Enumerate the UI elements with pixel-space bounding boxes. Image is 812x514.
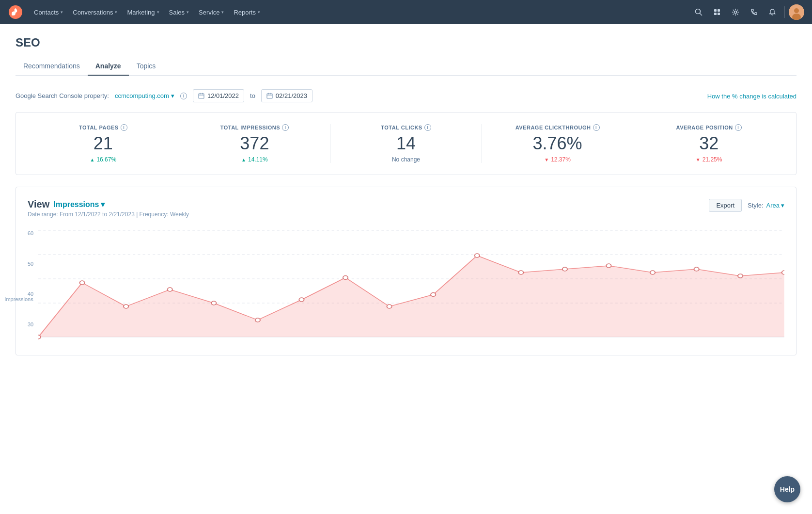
nav-item-label-marketing: Marketing — [127, 9, 155, 16]
chart-dot-5 — [255, 318, 260, 322]
nav-divider — [784, 6, 785, 18]
nav-item-sales[interactable]: Sales▾ — [164, 6, 194, 19]
metric-dropdown[interactable]: Impressions ▾ — [53, 200, 105, 209]
tab-bar: Recommendations Analyze Topics — [16, 57, 796, 76]
style-value: Area — [766, 202, 780, 209]
nav-item-service[interactable]: Service▾ — [194, 6, 229, 19]
nav-item-marketing[interactable]: Marketing▾ — [122, 6, 164, 19]
stat-change-3: ▼ 12.37% — [544, 156, 571, 163]
arrow-up-icon-1: ▲ — [241, 157, 246, 162]
notifications-icon[interactable] — [764, 4, 781, 20]
stat-label-1: TOTAL IMPRESSIONS i — [220, 124, 289, 131]
date-from-input[interactable]: 12/01/2022 — [193, 89, 244, 102]
nav-item-conversations[interactable]: Conversations▾ — [68, 6, 122, 19]
stat-change-4: ▼ 21.25% — [696, 156, 722, 163]
hubspot-logo[interactable] — [8, 4, 23, 20]
stat-item-2: TOTAL CLICKS i 14 No change — [330, 124, 482, 163]
date-separator: to — [250, 92, 255, 99]
style-label: Style: — [748, 202, 764, 209]
marketplace-icon[interactable] — [709, 4, 725, 20]
avatar[interactable] — [789, 4, 804, 20]
arrow-up-icon-0: ▲ — [90, 157, 94, 162]
y-axis-label: Impressions — [5, 296, 33, 302]
nav-chevron-icon-conversations: ▾ — [115, 10, 117, 15]
stat-info-icon-3[interactable]: i — [593, 124, 600, 131]
filters-right: How the % change is calculated — [707, 92, 796, 100]
chart-dot-16 — [738, 274, 743, 278]
chart-title-area: View Impressions ▾ Date range: From 12/1… — [28, 199, 189, 218]
stat-info-icon-0[interactable]: i — [121, 124, 127, 131]
arrow-down-icon-4: ▼ — [696, 157, 701, 162]
chart-header: View Impressions ▾ Date range: From 12/1… — [28, 199, 784, 218]
chart-dot-3 — [168, 288, 172, 291]
chart-container: 60 50 40 30 Impressions — [28, 225, 784, 343]
tab-topics[interactable]: Topics — [129, 57, 164, 76]
nav-item-label-reports: Reports — [234, 9, 256, 16]
nav-chevron-icon-contacts: ▾ — [61, 10, 63, 15]
property-info-icon[interactable]: i — [180, 93, 187, 99]
help-button[interactable]: Help — [774, 476, 800, 502]
date-to-input[interactable]: 02/21/2023 — [261, 89, 312, 102]
property-dropdown[interactable]: ccmcomputing.com ▾ — [115, 92, 174, 99]
export-button[interactable]: Export — [709, 199, 742, 212]
top-navigation: Contacts▾Conversations▾Marketing▾Sales▾S… — [0, 0, 812, 24]
svg-line-3 — [700, 14, 702, 16]
stat-change-1: ▲ 14.11% — [241, 156, 268, 163]
nav-chevron-icon-marketing: ▾ — [157, 10, 159, 15]
stat-info-icon-2[interactable]: i — [424, 124, 431, 131]
chart-dot-17 — [782, 271, 784, 274]
svg-rect-5 — [718, 9, 720, 12]
impressions-chart — [38, 225, 784, 342]
metric-chevron-icon: ▾ — [101, 200, 105, 209]
chart-dot-12 — [562, 267, 567, 271]
nav-chevron-icon-sales: ▾ — [187, 10, 189, 15]
stat-item-0: TOTAL PAGES i 21 ▲ 16.67% — [28, 124, 179, 163]
search-icon[interactable] — [690, 4, 707, 20]
nav-item-reports[interactable]: Reports▾ — [229, 6, 265, 19]
stat-change-0: ▲ 16.67% — [90, 156, 116, 163]
nav-item-label-service: Service — [199, 9, 219, 16]
chart-dot-0 — [38, 335, 41, 339]
stat-info-icon-1[interactable]: i — [282, 124, 289, 131]
chart-dot-14 — [650, 271, 655, 274]
chart-title: View Impressions ▾ — [28, 199, 189, 210]
stat-value-3: 3.76% — [533, 135, 582, 152]
stat-item-4: AVERAGE POSITION i 32 ▼ 21.25% — [633, 124, 784, 163]
stat-change-2: No change — [392, 156, 420, 163]
filters-row: Google Search Console property: ccmcompu… — [16, 89, 796, 102]
svg-rect-6 — [714, 13, 717, 15]
style-dropdown[interactable]: Area ▾ — [766, 202, 784, 209]
stat-value-2: 14 — [396, 135, 416, 152]
settings-icon[interactable] — [727, 4, 744, 20]
nav-item-contacts[interactable]: Contacts▾ — [29, 6, 68, 19]
stat-label-0: TOTAL PAGES i — [79, 124, 127, 131]
nav-icons-group — [690, 4, 804, 20]
nav-item-label-sales: Sales — [169, 9, 185, 16]
svg-rect-4 — [714, 9, 717, 12]
arrow-down-icon-3: ▼ — [544, 157, 549, 162]
chart-subtitle: Date range: From 12/1/2022 to 2/21/2023 … — [28, 211, 189, 218]
tab-analyze[interactable]: Analyze — [88, 57, 129, 76]
metric-value: Impressions — [53, 200, 99, 209]
calc-link[interactable]: How the % change is calculated — [707, 93, 796, 100]
page-title: SEO — [16, 36, 796, 49]
style-control: Style: Area ▾ — [748, 202, 784, 209]
filters-left: Google Search Console property: ccmcompu… — [16, 89, 312, 102]
phone-icon[interactable] — [746, 4, 762, 20]
chart-dot-11 — [518, 271, 523, 274]
date-to-value: 02/21/2023 — [276, 92, 307, 99]
tab-recommendations[interactable]: Recommendations — [16, 57, 88, 76]
stat-value-4: 32 — [699, 135, 718, 152]
chart-dot-8 — [387, 305, 392, 308]
view-label: View — [28, 199, 49, 210]
y-tick-30: 30 — [28, 321, 33, 327]
chart-dot-6 — [299, 298, 304, 302]
stat-item-1: TOTAL IMPRESSIONS i 372 ▲ 14.11% — [179, 124, 330, 163]
style-chevron-icon: ▾ — [781, 202, 784, 209]
nav-chevron-icon-service: ▾ — [221, 10, 224, 15]
stats-card: TOTAL PAGES i 21 ▲ 16.67% TOTAL IMPRESSI… — [16, 112, 796, 175]
stat-info-icon-4[interactable]: i — [735, 124, 742, 131]
property-label: Google Search Console property: — [16, 92, 109, 99]
main-content: SEO Recommendations Analyze Topics Googl… — [0, 24, 812, 514]
nav-chevron-icon-reports: ▾ — [258, 10, 260, 15]
